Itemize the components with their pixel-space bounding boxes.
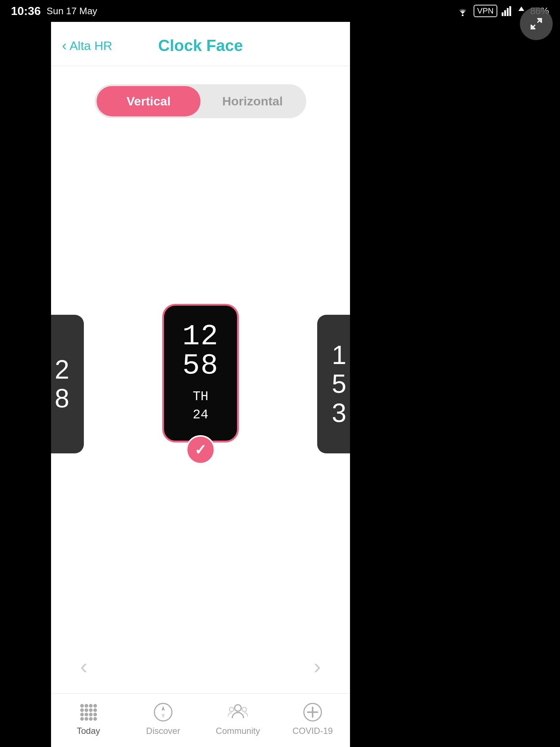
svg-point-0 <box>462 15 463 16</box>
svg-point-19 <box>89 713 93 716</box>
right-watch-text: 1 5 3 <box>332 341 346 427</box>
checkmark-icon: ✓ <box>194 441 207 458</box>
nav-label-community: Community <box>216 726 260 736</box>
right-watch-preview[interactable]: 1 5 3 <box>317 315 350 453</box>
right-watch-line2: 5 <box>332 369 346 398</box>
svg-rect-4 <box>509 6 511 16</box>
header: ‹ Alta HR Clock Face <box>51 22 350 66</box>
svg-point-11 <box>89 704 93 708</box>
left-watch-line1: 2 <box>55 355 69 384</box>
segment-vertical[interactable]: Vertical <box>97 86 201 116</box>
today-dots-icon <box>78 702 98 722</box>
covid-icon <box>302 701 324 723</box>
selected-badge: ✓ <box>186 435 215 464</box>
collapse-button[interactable] <box>520 7 553 40</box>
svg-point-28 <box>235 705 241 711</box>
svg-point-12 <box>93 704 97 708</box>
page-title: Clock Face <box>158 36 243 55</box>
svg-marker-27 <box>162 713 165 719</box>
svg-marker-26 <box>162 706 165 711</box>
people-icon <box>228 702 248 722</box>
nav-item-today[interactable]: Today <box>51 701 126 736</box>
discover-icon <box>152 701 174 723</box>
nav-label-covid: COVID-19 <box>292 726 333 736</box>
compass-icon <box>153 702 173 722</box>
nav-arrows: ‹ › <box>51 639 350 693</box>
watch-day-num: 24 <box>192 407 208 422</box>
collapse-icon <box>528 16 544 32</box>
today-icon <box>78 701 100 723</box>
signal-icon <box>502 6 513 16</box>
right-watch-line1: 1 <box>332 341 346 369</box>
vpn-badge: VPN <box>474 5 497 17</box>
back-chevron-icon: ‹ <box>62 38 67 54</box>
watch-minute: 58 <box>182 351 219 380</box>
carousel-area: 2 8 12 58 TH 24 ✓ 1 5 3 <box>51 129 350 639</box>
watch-hour: 12 <box>182 322 219 351</box>
svg-point-22 <box>85 717 88 721</box>
main-watch-wrapper: 12 58 TH 24 ✓ <box>162 304 239 464</box>
back-button[interactable]: ‹ Alta HR <box>62 38 112 54</box>
prev-arrow[interactable]: ‹ <box>73 650 95 682</box>
segment-control: Vertical Horizontal <box>95 84 306 118</box>
svg-point-15 <box>89 708 93 712</box>
status-date: Sun 17 May <box>47 5 97 17</box>
svg-rect-3 <box>507 8 509 16</box>
left-watch-line2: 8 <box>55 384 69 413</box>
svg-point-21 <box>80 717 84 721</box>
svg-point-13 <box>80 708 84 712</box>
nav-item-community[interactable]: Community <box>201 701 275 736</box>
svg-point-16 <box>93 708 97 712</box>
status-time: 10:36 <box>11 4 41 18</box>
wifi-icon <box>456 6 469 16</box>
watch-day-short: TH <box>192 389 208 404</box>
watch-date: TH 24 <box>192 388 208 425</box>
svg-point-9 <box>80 704 84 708</box>
svg-point-30 <box>242 707 246 712</box>
svg-point-20 <box>93 713 97 716</box>
back-label: Alta HR <box>70 39 112 53</box>
svg-rect-2 <box>504 10 506 16</box>
nav-item-covid[interactable]: COVID-19 <box>275 701 350 736</box>
status-bar: 10:36 Sun 17 May VPN 86% <box>0 0 560 22</box>
svg-point-10 <box>85 704 88 708</box>
right-watch-line3: 3 <box>332 399 346 427</box>
svg-point-24 <box>93 717 97 721</box>
left-watch-preview[interactable]: 2 8 <box>51 315 84 453</box>
nav-label-discover: Discover <box>146 726 180 736</box>
main-watch[interactable]: 12 58 TH 24 <box>162 304 239 442</box>
app-container: ‹ Alta HR Clock Face Vertical Horizontal… <box>51 22 350 747</box>
plus-circle-icon <box>303 702 323 722</box>
left-watch-text: 2 8 <box>55 355 69 413</box>
svg-point-18 <box>85 713 88 716</box>
segment-horizontal[interactable]: Horizontal <box>201 86 304 116</box>
community-icon <box>227 701 249 723</box>
svg-point-14 <box>85 708 88 712</box>
svg-point-23 <box>89 717 93 721</box>
nav-label-today: Today <box>77 726 100 736</box>
svg-point-29 <box>229 707 234 712</box>
bottom-nav: Today Discover <box>51 693 350 747</box>
svg-point-17 <box>80 713 84 716</box>
next-arrow[interactable]: › <box>306 650 328 682</box>
nav-item-discover[interactable]: Discover <box>126 701 201 736</box>
svg-rect-1 <box>502 12 503 16</box>
